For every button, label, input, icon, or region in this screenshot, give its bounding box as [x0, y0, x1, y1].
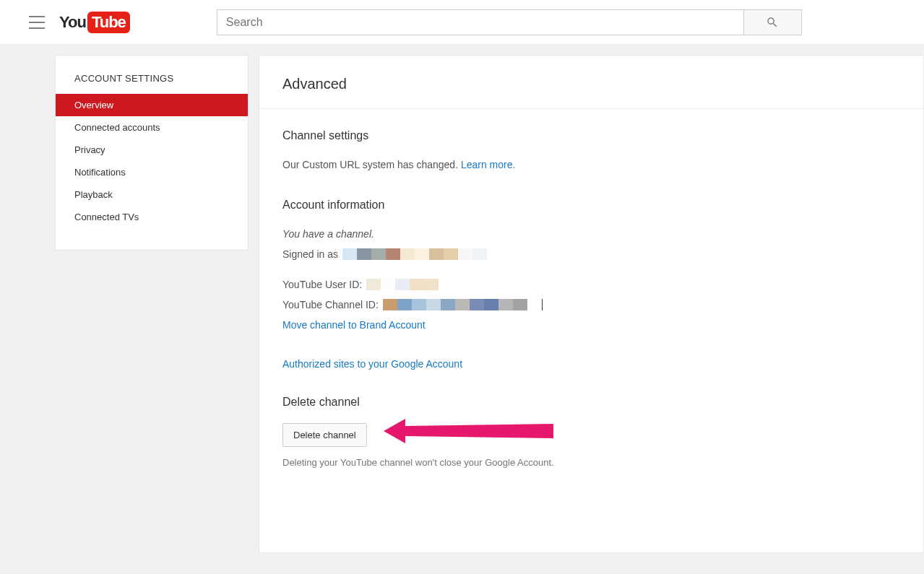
signed-in-row: Signed in as [282, 248, 900, 260]
main-panel: Advanced Channel settings Our Custom URL… [259, 55, 924, 553]
text-cursor [542, 299, 543, 310]
delete-disclaimer: Deleting your YouTube channel won't clos… [282, 457, 900, 468]
sidebar-item-privacy[interactable]: Privacy [56, 139, 248, 161]
authorized-sites-link[interactable]: Authorized sites to your Google Account [282, 358, 462, 370]
youtube-logo[interactable]: You Tube [59, 12, 130, 33]
move-channel-link[interactable]: Move channel to Brand Account [282, 319, 426, 331]
sidebar-item-overview[interactable]: Overview [56, 94, 248, 116]
sidebar: ACCOUNT SETTINGS Overview Connected acco… [55, 55, 249, 251]
channel-settings-title: Channel settings [282, 129, 900, 142]
has-channel-text: You have a channel. [282, 226, 900, 242]
sidebar-item-connected-tvs[interactable]: Connected TVs [56, 206, 248, 228]
channel-id-row: YouTube Channel ID: [282, 299, 900, 310]
page-title: Advanced [259, 56, 923, 109]
sidebar-title: ACCOUNT SETTINGS [56, 56, 248, 94]
search-icon [766, 16, 779, 29]
redacted-channel-id [383, 299, 527, 310]
logo-text-you: You [59, 13, 86, 32]
sidebar-item-connected-accounts[interactable]: Connected accounts [56, 116, 248, 139]
search-input[interactable] [217, 9, 744, 35]
sidebar-item-playback[interactable]: Playback [56, 183, 248, 206]
redacted-email [342, 248, 487, 260]
search-button[interactable] [744, 9, 802, 35]
annotation-arrow [384, 414, 557, 451]
redacted-user-id [366, 279, 439, 290]
account-info-title: Account information [282, 199, 900, 212]
user-id-row: YouTube User ID: [282, 279, 900, 290]
custom-url-text: Our Custom URL system has changed. Learn… [282, 157, 900, 173]
menu-icon[interactable] [29, 16, 45, 29]
logo-text-tube: Tube [87, 12, 130, 33]
learn-more-link[interactable]: Learn more. [461, 159, 515, 170]
delete-channel-button[interactable]: Delete channel [282, 423, 367, 447]
delete-channel-title: Delete channel [282, 396, 900, 409]
sidebar-item-notifications[interactable]: Notifications [56, 161, 248, 183]
